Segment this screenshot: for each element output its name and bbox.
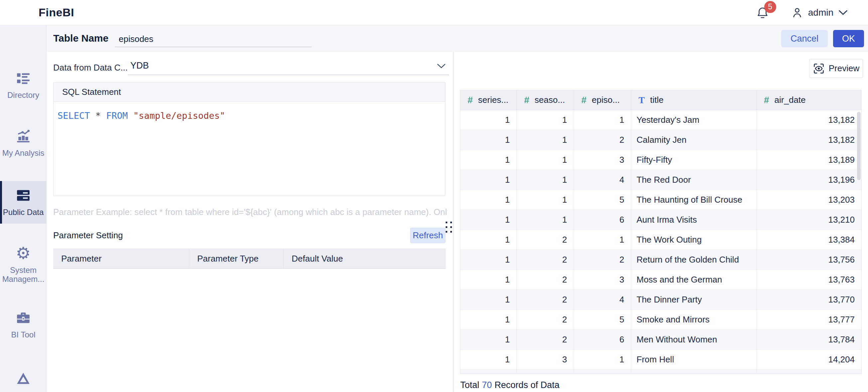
column-header-series[interactable]: #series... bbox=[460, 90, 517, 110]
parameter-table-header: ParameterParameter TypeDefault Value bbox=[53, 248, 446, 269]
sql-token-keyword: FROM bbox=[106, 111, 128, 121]
data-table-header: #series...#seaso...#episo...Ttitle#air_d… bbox=[460, 90, 861, 110]
column-header-episo[interactable]: #episo... bbox=[574, 90, 631, 110]
table-cell: 13,770 bbox=[756, 290, 861, 309]
table-cell: 13,196 bbox=[756, 170, 861, 190]
sql-token-string: "sample/episodes" bbox=[133, 111, 225, 121]
preview-button[interactable]: Preview bbox=[809, 59, 863, 78]
table-row: 124The Dinner Party13,770 bbox=[460, 290, 861, 310]
table-cell: Men Without Women bbox=[631, 330, 756, 350]
ok-button[interactable]: OK bbox=[833, 30, 864, 47]
preview-button-label: Preview bbox=[829, 63, 859, 73]
table-cell: 6 bbox=[574, 330, 631, 350]
total-prefix: Total bbox=[460, 380, 479, 390]
table-cell: 1 bbox=[574, 230, 631, 249]
sidebar-item-label: Public Data bbox=[1, 208, 46, 217]
table-cell: 6 bbox=[574, 210, 631, 230]
numeric-type-icon: # bbox=[524, 95, 529, 105]
table-cell: 1 bbox=[574, 110, 631, 130]
column-header-label: title bbox=[650, 95, 663, 105]
table-cell: From Hell bbox=[631, 350, 756, 369]
table-cell: 1 bbox=[460, 190, 517, 210]
table-cell: Smoke and Mirrors bbox=[631, 310, 756, 329]
sql-editor: SQL Statement SELECT * FROM "sample/epis… bbox=[53, 82, 445, 196]
table-row: 113Fifty-Fifty13,189 bbox=[460, 150, 861, 170]
table-cell: 3 bbox=[517, 350, 574, 369]
app-logo: FineBI bbox=[38, 6, 74, 19]
cancel-button[interactable]: Cancel bbox=[781, 30, 828, 47]
sidebar-item-recycle-bin[interactable]: Recycle Bin bbox=[0, 371, 46, 392]
table-row: 121The Work Outing13,384 bbox=[460, 230, 861, 250]
table-cell: 1 bbox=[460, 290, 517, 309]
numeric-type-icon: # bbox=[468, 95, 473, 105]
table-cell: 1 bbox=[460, 270, 517, 290]
sidebar-item-directory[interactable]: Directory bbox=[0, 70, 46, 99]
table-name-value: episodes bbox=[119, 34, 153, 44]
chevron-down-icon bbox=[436, 63, 446, 69]
table-cell: 5 bbox=[574, 310, 631, 329]
sql-code-area[interactable]: SELECT * FROM "sample/episodes" bbox=[54, 102, 445, 129]
sidebar-item-system-management[interactable]: ⚙System Managem... bbox=[0, 246, 46, 283]
table-cell: 13,189 bbox=[756, 150, 861, 170]
table-cell: 1 bbox=[460, 150, 517, 170]
table-cell: 1 bbox=[574, 350, 631, 369]
table-cell: 13,784 bbox=[756, 330, 861, 350]
text-type-icon: T bbox=[639, 95, 645, 105]
table-cell: The Red Door bbox=[631, 170, 756, 190]
top-bar: FineBI 5 admin bbox=[0, 0, 868, 25]
table-cell: 1 bbox=[460, 110, 517, 130]
table-cell: Aunt Irma Visits bbox=[631, 210, 756, 230]
sql-statement-header: SQL Statement bbox=[54, 83, 445, 102]
numeric-type-icon: # bbox=[764, 95, 769, 105]
chevron-down-icon bbox=[838, 10, 848, 16]
analysis-icon bbox=[16, 128, 31, 144]
table-name-input[interactable]: episodes bbox=[115, 31, 312, 47]
table-cell: The Work Outing bbox=[631, 230, 756, 249]
sql-token-plain bbox=[90, 111, 95, 121]
table-cell: 2 bbox=[517, 290, 574, 309]
sidebar-item-public-data[interactable]: Public Data bbox=[0, 181, 46, 223]
column-header-title[interactable]: Ttitle bbox=[631, 90, 756, 110]
table-cell: 1 bbox=[460, 230, 517, 249]
data-connection-value: YDB bbox=[130, 61, 149, 71]
numeric-type-icon: # bbox=[581, 95, 587, 105]
column-header-label: air_date bbox=[775, 95, 806, 105]
table-cell: Calamity Jen bbox=[631, 130, 756, 150]
sidebar-item-bi-tool[interactable]: BI Tool bbox=[0, 310, 46, 339]
sql-code-line: SELECT * FROM "sample/episodes" bbox=[58, 111, 441, 121]
parameter-hint: Parameter Example: select * from table w… bbox=[53, 207, 447, 217]
panel-resizer-handle[interactable] bbox=[446, 222, 452, 233]
table-cell: 1 bbox=[460, 310, 517, 329]
sidebar-item-my-analysis[interactable]: My Analysis bbox=[0, 128, 46, 157]
table-cell: 2 bbox=[574, 250, 631, 270]
sidebar-item-label: BI Tool bbox=[1, 330, 46, 339]
table-cell: 2 bbox=[517, 330, 574, 350]
table-cell: 1 bbox=[460, 170, 517, 190]
data-connection-select[interactable]: YDB bbox=[128, 57, 449, 75]
gear-icon: ⚙ bbox=[16, 246, 31, 261]
public-data-icon bbox=[16, 188, 31, 203]
refresh-button[interactable]: Refresh bbox=[410, 228, 446, 243]
table-cell: 1 bbox=[517, 150, 574, 170]
toolbox-icon bbox=[16, 310, 31, 326]
table-row: 115The Haunting of Bill Crouse13,203 bbox=[460, 190, 861, 210]
table-row: 112Calamity Jen13,182 bbox=[460, 130, 861, 150]
table-row: 123Moss and the German13,763 bbox=[460, 270, 861, 290]
table-row: 125Smoke and Mirrors13,777 bbox=[460, 310, 861, 330]
preview-data-table: #series...#seaso...#episo...Ttitle#air_d… bbox=[460, 90, 862, 374]
user-menu[interactable]: admin bbox=[791, 6, 848, 19]
notifications-button[interactable]: 5 bbox=[755, 5, 770, 20]
table-cell: 2 bbox=[574, 130, 631, 150]
column-header-air_date[interactable]: #air_date bbox=[756, 90, 861, 110]
vertical-scrollbar[interactable] bbox=[857, 112, 861, 180]
table-cell: 13,756 bbox=[756, 250, 861, 270]
table-cell bbox=[756, 370, 861, 373]
table-cell: 1 bbox=[517, 190, 574, 210]
parameter-setting-label: Parameter Setting bbox=[53, 230, 123, 241]
table-cell: 1 bbox=[517, 210, 574, 230]
column-header-label: series... bbox=[478, 95, 508, 105]
table-cell: 13,384 bbox=[756, 230, 861, 249]
column-header-seaso[interactable]: #seaso... bbox=[517, 90, 574, 110]
table-cell: 4 bbox=[574, 290, 631, 309]
user-icon bbox=[791, 6, 804, 19]
